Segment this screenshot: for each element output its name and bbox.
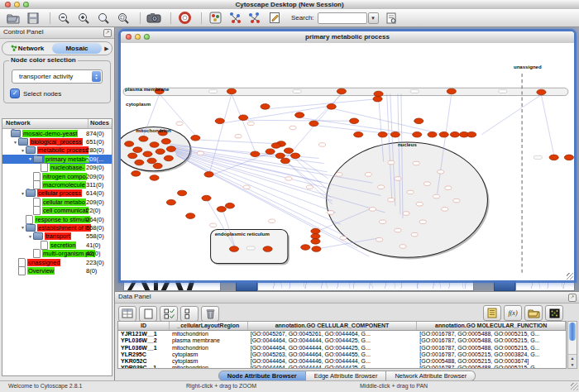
graph-node[interactable] (150, 142, 159, 148)
tree-item[interactable]: mosaic-demo-yeast874(0) (2, 129, 112, 137)
save-icon[interactable] (25, 11, 41, 26)
graph-node-small[interactable] (438, 170, 444, 174)
select-nodes-checkbox[interactable]: ✓ (10, 88, 20, 98)
graph-node[interactable] (263, 246, 272, 252)
import-attributes-icon[interactable] (524, 305, 543, 321)
graph-node[interactable] (156, 149, 165, 155)
graph-node-small[interactable] (388, 198, 395, 202)
table-vertical-scrollbar[interactable]: ▲▼ (567, 321, 577, 369)
table-row[interactable]: YDR039C__1mitochondrion[GO:0044464, GO:0… (118, 365, 566, 369)
view-resize-grip[interactable] (567, 273, 573, 280)
tree-item[interactable]: unassigned223(0) (2, 258, 112, 266)
graph-node[interactable] (295, 112, 304, 118)
graph-node-small[interactable] (403, 212, 409, 216)
graph-node[interactable] (139, 136, 148, 142)
graph-edge[interactable] (175, 152, 336, 213)
graph-node-label[interactable] (293, 89, 301, 93)
graph-node-small[interactable] (395, 228, 401, 232)
graph-node[interactable] (311, 239, 320, 245)
graph-edge[interactable] (171, 146, 328, 172)
tree-expand-icon[interactable]: ▼ (20, 191, 26, 196)
graph-node-small[interactable] (416, 202, 423, 206)
graph-node-small[interactable] (243, 185, 250, 189)
graph-node[interactable] (153, 163, 162, 169)
graph-node-small[interactable] (400, 245, 406, 249)
graph-node-small[interactable] (210, 223, 217, 227)
tree-item[interactable]: ▼primary metabo209(... (2, 155, 112, 163)
graph-node[interactable] (227, 88, 236, 94)
network-view-titlebar[interactable]: primary metabolic process (121, 31, 574, 44)
graph-node[interactable] (202, 195, 211, 201)
attribute-matrix-icon[interactable] (545, 305, 563, 321)
graph-node[interactable] (191, 136, 200, 141)
graph-node-small[interactable] (413, 161, 419, 165)
search-input[interactable] (318, 12, 367, 24)
graph-node-small[interactable] (318, 143, 325, 147)
graph-node[interactable] (311, 228, 320, 234)
graph-node[interactable] (350, 118, 359, 124)
tree-item[interactable]: response to stimulu264(0) (2, 215, 112, 223)
tree-expand-icon[interactable]: ▼ (20, 225, 26, 230)
graph-node[interactable] (564, 155, 573, 160)
tree-item[interactable]: ▼biological_process651(0) (2, 137, 112, 146)
graph-node-small[interactable] (433, 194, 440, 198)
delete-attribute-icon[interactable] (201, 306, 219, 322)
graph-node[interactable] (166, 199, 175, 205)
graph-node[interactable] (337, 88, 346, 94)
graph-node-label[interactable] (499, 89, 507, 93)
tree-expand-icon[interactable]: ▼ (27, 234, 33, 239)
graph-node-small[interactable] (419, 220, 426, 224)
graph-node[interactable] (447, 88, 456, 94)
table-row[interactable]: YPL036W__2plasma membrane[GO:0044464, GO… (118, 337, 566, 344)
tree-expand-icon[interactable]: ▼ (20, 148, 26, 153)
network-graph[interactable]: plasma membranecytoplasmmitochondrionnuc… (121, 43, 574, 280)
graph-node[interactable] (225, 203, 234, 209)
search-dropdown-button[interactable]: ▼ (368, 12, 379, 24)
graph-edge[interactable] (481, 95, 541, 135)
clear-table-icon[interactable] (139, 306, 157, 322)
graph-node[interactable] (178, 190, 187, 196)
tree-item[interactable]: macromolecule311(0) (2, 180, 112, 189)
graph-node-small[interactable] (176, 122, 183, 126)
graph-edge[interactable] (285, 160, 333, 203)
graph-node[interactable] (291, 153, 300, 159)
graph-node-label[interactable] (209, 89, 218, 93)
graph-node-small[interactable] (197, 151, 203, 155)
tree-item[interactable]: multi-organism pro42(0) (2, 249, 112, 257)
graph-edge[interactable] (243, 120, 355, 121)
graph-node[interactable] (311, 233, 320, 239)
graph-node[interactable] (135, 160, 144, 165)
graph-node[interactable] (390, 131, 400, 137)
graph-node[interactable] (147, 158, 156, 164)
tree-item[interactable]: Overview8(0) (2, 266, 112, 275)
tree-column-network[interactable]: Network (2, 119, 89, 128)
graph-node-small[interactable] (336, 173, 342, 177)
graph-node[interactable] (413, 131, 422, 137)
graph-node[interactable] (275, 153, 285, 159)
open-icon[interactable] (5, 11, 22, 26)
graph-node-small[interactable] (445, 186, 452, 190)
tab-mosaic[interactable]: Mosaic (52, 43, 102, 54)
tree-item[interactable]: nucleobase-209(0) (2, 164, 112, 172)
table-row[interactable]: YLR295Ccytoplasm[GO:0045263, GO:0044464,… (118, 351, 566, 358)
select-attributes-icon[interactable] (160, 306, 178, 322)
graph-node[interactable] (374, 91, 383, 97)
tree-item[interactable]: cellular metabo209(0) (2, 198, 112, 206)
tree-item[interactable]: cell communicat22(0) (2, 207, 112, 215)
scrollbar-arrows[interactable]: ▲▼ (568, 354, 577, 368)
graph-node[interactable] (215, 118, 224, 124)
graph-node-label[interactable] (246, 246, 255, 250)
zoom-fit-icon[interactable] (95, 11, 112, 26)
tree-expand-icon[interactable]: ▼ (27, 156, 33, 161)
graph-edge[interactable] (195, 140, 281, 144)
graph-node[interactable] (125, 141, 134, 147)
tree-item[interactable]: ▼transport558(0) (2, 232, 112, 241)
graph-node[interactable] (439, 131, 448, 137)
table-column-header[interactable]: annotation.GO CELLULAR_COMPONENT (248, 322, 418, 330)
graph-node[interactable] (271, 143, 280, 149)
graph-edge[interactable] (175, 154, 346, 236)
attribute-list-icon[interactable] (483, 305, 501, 321)
tree-item[interactable]: secretion41(0) (2, 241, 112, 249)
graph-node[interactable] (261, 104, 270, 110)
layout-a-icon[interactable] (227, 11, 243, 26)
